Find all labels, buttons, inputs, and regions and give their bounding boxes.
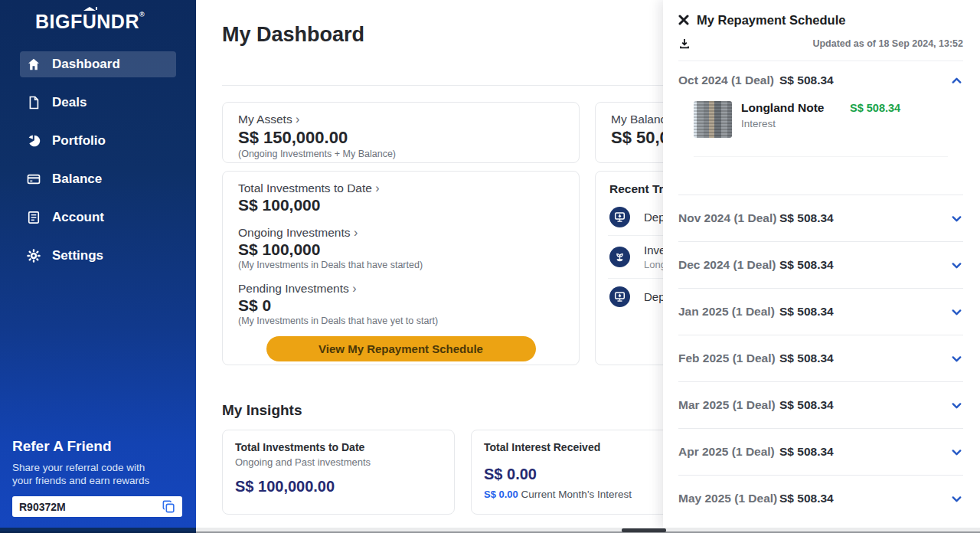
chevron-down-icon[interactable] <box>950 352 963 365</box>
sidebar-item-label: Dashboard <box>52 57 120 72</box>
deal-amount: S$ 508.34 <box>850 102 900 138</box>
deposit-icon <box>609 207 630 227</box>
sidebar-item-label: Deals <box>52 95 87 110</box>
current-month-interest-value: S$ 0.00 <box>484 489 518 500</box>
panel-title: My Repayment Schedule <box>697 13 845 28</box>
scrollbar-track[interactable] <box>196 528 980 533</box>
sidebar-item-deals[interactable]: Deals <box>20 90 176 116</box>
deal-payment-type: Interest <box>741 118 850 129</box>
pending-investments-link[interactable]: Pending Investments <box>238 282 357 296</box>
pie-chart-icon <box>26 133 41 149</box>
investments-card: Total Investments to Date S$ 100,000 Ong… <box>222 171 580 365</box>
sidebar-item-dashboard[interactable]: Dashboard <box>20 51 176 77</box>
month-amount: S$ 508.34 <box>779 352 834 365</box>
logo-house-u-icon: U <box>83 11 97 33</box>
registered-mark: ® <box>139 11 145 18</box>
chevron-up-icon[interactable] <box>950 74 963 87</box>
scrollbar-thumb[interactable] <box>622 528 666 532</box>
month-amount: S$ 508.34 <box>779 398 834 412</box>
month-label: Jan 2025 (1 Deal) <box>678 305 779 319</box>
insight-card-title: Total Interest Received <box>484 441 691 453</box>
month-row-feb-2025[interactable]: Feb 2025 (1 Deal) S$ 508.34 <box>678 335 963 381</box>
month-amount: S$ 508.34 <box>779 492 834 505</box>
gear-icon <box>26 248 41 263</box>
sidebar: BIGFUNDR® Dashboard Deals Portfolio Bala… <box>0 0 196 528</box>
insight-card-subtitle: Ongoing and Past investments <box>235 456 442 468</box>
total-investments-link[interactable]: Total Investments to Date <box>238 181 380 195</box>
deal-thumbnail-image <box>694 101 732 138</box>
document-icon <box>26 95 41 110</box>
refer-title: Refer A Friend <box>12 438 184 455</box>
chevron-down-icon[interactable] <box>950 492 963 505</box>
month-row-oct-2024[interactable]: Oct 2024 (1 Deal) S$ 508.34 <box>678 61 963 95</box>
my-assets-card: My Assets S$ 150,000.00 (Ongoing Investm… <box>222 102 580 163</box>
chevron-down-icon[interactable] <box>950 399 963 412</box>
sidebar-item-balance[interactable]: Balance <box>20 166 176 192</box>
sidebar-item-account[interactable]: Account <box>20 204 176 231</box>
month-label: Apr 2025 (1 Deal) <box>678 445 779 459</box>
repayment-schedule-panel: My Repayment Schedule Updated as of 18 S… <box>663 0 980 528</box>
page-title: My Dashboard <box>222 23 364 47</box>
sidebar-item-settings[interactable]: Settings <box>20 243 176 269</box>
my-insights-title: My Insights <box>222 402 302 419</box>
sidebar-bottom-strip <box>0 528 196 533</box>
month-row-nov-2024[interactable]: Nov 2024 (1 Deal) S$ 508.34 <box>678 195 963 241</box>
logo-text: BIGF <box>35 11 83 32</box>
chevron-down-icon[interactable] <box>950 259 963 272</box>
close-icon[interactable] <box>678 15 689 25</box>
sidebar-item-label: Balance <box>52 172 102 187</box>
pending-investments-value: S$ 0 <box>238 296 564 315</box>
month-row-mar-2025[interactable]: Mar 2025 (1 Deal) S$ 508.34 <box>678 382 963 428</box>
sidebar-nav: Dashboard Deals Portfolio Balance Accoun… <box>0 51 196 269</box>
refer-a-friend-section: Refer A Friend Share your referral code … <box>0 424 196 528</box>
insight-card-title: Total Investments to Date <box>235 441 442 453</box>
refer-description: Share your referral code with your frien… <box>12 461 165 487</box>
ongoing-investments-caption: (My Investments in Deals that have start… <box>238 260 564 270</box>
month-label: Feb 2025 (1 Deal) <box>678 352 779 365</box>
sidebar-item-label: Account <box>52 210 104 225</box>
sidebar-item-portfolio[interactable]: Portfolio <box>20 128 176 154</box>
ongoing-investments-link[interactable]: Ongoing Investments <box>238 226 358 240</box>
deal-row-longland-note[interactable]: Longland Note Interest S$ 508.34 <box>694 101 963 138</box>
bottom-scrollbar <box>0 528 980 533</box>
insight-total-investments-card: Total Investments to Date Ongoing and Pa… <box>222 430 455 515</box>
investment-icon <box>609 247 630 267</box>
month-row-dec-2024[interactable]: Dec 2024 (1 Deal) S$ 508.34 <box>678 242 963 288</box>
chevron-down-icon[interactable] <box>950 446 963 459</box>
current-month-interest-label: Current Month's Interest <box>521 489 632 500</box>
pending-investments-caption: (My Investments in Deals that have yet t… <box>238 316 564 326</box>
chevron-down-icon[interactable] <box>950 212 963 225</box>
month-row-jan-2025[interactable]: Jan 2025 (1 Deal) S$ 508.34 <box>678 289 963 335</box>
month-label: Nov 2024 (1 Deal) <box>678 211 779 225</box>
month-label: Dec 2024 (1 Deal) <box>678 258 779 272</box>
month-label: Oct 2024 (1 Deal) <box>678 74 779 87</box>
month-amount: S$ 508.34 <box>779 445 834 459</box>
credit-card-icon <box>26 172 41 187</box>
logo-text: NDR <box>96 11 139 32</box>
my-assets-value: S$ 150,000.00 <box>238 128 564 148</box>
month-row-apr-2025[interactable]: Apr 2025 (1 Deal) S$ 508.34 <box>678 429 963 475</box>
ongoing-investments-value: S$ 100,000 <box>238 240 564 259</box>
insight-card-value: S$ 0.00 <box>484 466 691 483</box>
my-assets-link[interactable]: My Assets <box>238 113 299 126</box>
insight-card-value: S$ 100,000.00 <box>235 478 442 495</box>
ledger-icon <box>26 210 41 225</box>
my-assets-caption: (Ongoing Investments + My Balance) <box>238 149 564 159</box>
month-label: May 2025 (1 Deal) <box>678 492 779 505</box>
updated-timestamp: Updated as of 18 Sep 2024, 13:52 <box>812 38 963 49</box>
panel-header: My Repayment Schedule Updated as of 18 S… <box>663 0 980 61</box>
deal-name: Longland Note <box>741 101 850 115</box>
referral-code-input[interactable] <box>19 501 134 513</box>
copy-icon[interactable] <box>162 499 176 514</box>
chevron-down-icon[interactable] <box>950 306 963 319</box>
deposit-icon <box>609 286 630 307</box>
home-icon <box>26 57 41 72</box>
download-icon[interactable] <box>678 38 691 50</box>
bigfundr-logo: BIGFUNDR® <box>0 0 196 33</box>
sidebar-item-label: Portfolio <box>52 133 106 149</box>
month-row-may-2025[interactable]: May 2025 (1 Deal) S$ 508.34 <box>678 476 963 522</box>
month-amount: S$ 508.34 <box>779 258 834 272</box>
current-month-interest-row: S$ 0.00 Current Month's Interest <box>484 489 691 500</box>
view-repayment-schedule-button[interactable]: View My Repayment Schedule <box>266 336 536 361</box>
sidebar-item-label: Settings <box>52 248 103 263</box>
